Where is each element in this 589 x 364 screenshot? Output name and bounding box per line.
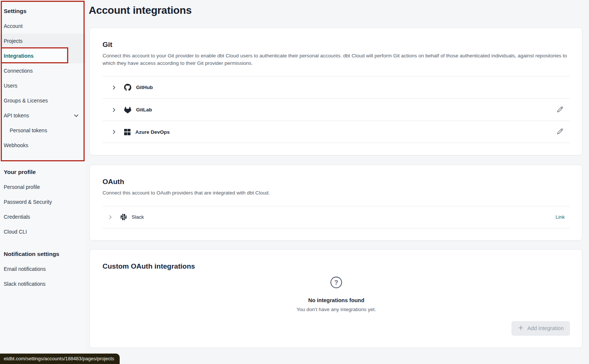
empty-state-subtitle: You don't have any integrations yet. [103, 307, 570, 312]
pencil-icon [557, 128, 563, 136]
github-row[interactable]: GitHub [103, 76, 570, 98]
pencil-icon [557, 106, 563, 114]
plus-icon [518, 325, 524, 332]
chevron-down-icon [73, 113, 79, 118]
slack-row[interactable]: Slack Link [103, 206, 570, 228]
question-circle-icon: ? [330, 276, 343, 289]
azure-devops-row[interactable]: Azure DevOps [103, 121, 570, 143]
custom-oauth-card: Custom OAuth integrations ? No integrati… [89, 249, 582, 348]
oauth-card: OAuth Connect this account to OAuth prov… [89, 165, 582, 241]
settings-sidebar: Settings Account Projects Integrations C… [0, 0, 86, 364]
sidebar-item-api-tokens[interactable]: API tokens [0, 108, 86, 123]
sidebar-item-personal-profile[interactable]: Personal profile [0, 180, 86, 194]
sidebar-item-email-notifications[interactable]: Email notifications [0, 262, 86, 276]
github-row-label: GitHub [136, 85, 153, 90]
sidebar-header-your-profile: Your profile [0, 165, 86, 180]
sidebar-spacer [0, 153, 86, 165]
gitlab-row-label: GitLab [136, 107, 152, 113]
azure-devops-row-label: Azure DevOps [135, 129, 170, 135]
add-integration-button-label: Add integration [527, 325, 564, 331]
custom-oauth-card-title: Custom OAuth integrations [103, 262, 570, 270]
oauth-card-description: Connect this account to OAuth providers … [103, 189, 570, 197]
sidebar-item-credentials[interactable]: Credentials [0, 209, 86, 224]
chevron-right-icon [111, 85, 117, 90]
sidebar-item-groups-licenses[interactable]: Groups & Licenses [0, 93, 86, 108]
sidebar-item-connections[interactable]: Connections [0, 63, 86, 78]
sidebar-item-password-security[interactable]: Password & Security [0, 194, 86, 209]
slack-row-label: Slack [132, 214, 144, 220]
gitlab-row[interactable]: GitLab [103, 98, 570, 121]
azure-devops-edit-button[interactable] [555, 127, 565, 137]
empty-state: ? No integrations found You don't have a… [103, 276, 570, 312]
card-actions: Add integration [103, 321, 570, 336]
sidebar-item-personal-tokens[interactable]: Personal tokens [0, 123, 86, 138]
slack-icon [120, 214, 127, 220]
git-card: Git Connect this account to your Git pro… [89, 28, 582, 155]
oauth-provider-list: Slack Link [103, 206, 570, 228]
github-icon [124, 84, 131, 91]
sidebar-item-slack-notifications[interactable]: Slack notifications [0, 276, 86, 291]
gitlab-icon [124, 107, 131, 113]
empty-state-title: No integrations found [103, 297, 570, 303]
sidebar-item-account[interactable]: Account [0, 19, 86, 34]
gitlab-edit-button[interactable] [555, 105, 565, 115]
slack-link-action[interactable]: Link [555, 214, 565, 220]
sidebar-item-users[interactable]: Users [0, 78, 86, 93]
chevron-right-icon [111, 107, 117, 113]
git-provider-list: GitHub GitLab [103, 76, 570, 143]
chevron-right-icon [111, 129, 117, 134]
sidebar-item-webhooks[interactable]: Webhooks [0, 138, 86, 153]
page-title: Account integrations [89, 4, 582, 16]
sidebar-item-projects[interactable]: Projects [0, 34, 86, 48]
azure-devops-icon [124, 129, 130, 135]
chevron-right-icon [108, 215, 113, 220]
sidebar-item-integrations[interactable]: Integrations [0, 48, 86, 63]
browser-status-url-tooltip: etdbt.com/settings/accounts/188483/pages… [0, 354, 120, 364]
git-card-title: Git [103, 41, 570, 49]
sidebar-item-cloud-cli[interactable]: Cloud CLI [0, 224, 86, 239]
sidebar-header-notification-settings: Notification settings [0, 247, 86, 262]
oauth-card-title: OAuth [103, 178, 570, 186]
sidebar-spacer [0, 239, 86, 247]
main-content: Account integrations Git Connect this ac… [86, 0, 589, 364]
sidebar-header-settings: Settings [0, 4, 86, 19]
svg-text:?: ? [334, 279, 338, 286]
git-card-description: Connect this account to your Git provide… [103, 52, 570, 67]
add-integration-button[interactable]: Add integration [511, 321, 570, 336]
